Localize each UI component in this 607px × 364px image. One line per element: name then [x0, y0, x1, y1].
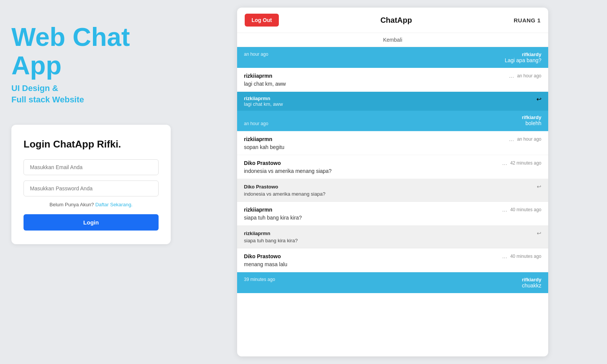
register-prompt: Belum Punya Akun? — [50, 202, 96, 207]
message-5: Diko Prastowo ... 42 minutes ago indones… — [237, 155, 548, 179]
msg7-text: siapa tuh bang kira kira? — [244, 215, 541, 221]
msg5-text: indonesia vs amerika menang siapa? — [244, 168, 541, 174]
app-subtitle: UI Design &Full stack Website — [11, 83, 171, 106]
login-card-title: Login ChatApp Rifki. — [24, 138, 159, 150]
message-7: rizkiiaprmn ... 40 minutes ago siapa tuh… — [237, 202, 548, 226]
msg4-dots[interactable]: ... — [509, 136, 514, 143]
msg3-sender: rifkiardy — [522, 115, 541, 120]
msg7-time: 40 minutes ago — [510, 207, 541, 212]
msg6-reply-icon[interactable]: ↩ — [537, 184, 541, 190]
msg9-time: 40 minutes ago — [510, 254, 541, 259]
msg10-sender: rifkiardy — [522, 277, 541, 282]
msg4-time: an hour ago — [517, 136, 541, 142]
msg1-time: an hour ago — [244, 52, 268, 57]
email-field[interactable] — [24, 159, 159, 175]
login-card: Login ChatApp Rifki. Belum Punya Akun? D… — [11, 125, 171, 244]
room-label: RUANG 1 — [514, 17, 541, 24]
msg3-reply-icon[interactable]: ↩ — [536, 96, 541, 103]
msg2-sender: rizkiiaprmn — [244, 73, 272, 79]
msg3-quote-text: lagi chat km, aww — [244, 101, 283, 107]
msg8-quote-text: siapa tuh bang kira kira? — [244, 238, 541, 243]
msg3-text: bolehh — [522, 120, 541, 126]
login-button[interactable]: Login — [24, 214, 159, 231]
msg5-time: 42 minutes ago — [510, 160, 541, 166]
msg8-quote-sender: rizkiiaprmn — [244, 231, 270, 236]
msg9-sender: Diko Prastowo — [244, 253, 281, 259]
chat-window: Log Out ChatApp RUANG 1 Kembali an hour … — [237, 8, 548, 356]
chat-header: Log Out ChatApp RUANG 1 — [237, 8, 548, 33]
msg6-quote-sender: Diko Prastowo — [244, 184, 278, 190]
message-4: rizkiiaprmn ... an hour ago sopan kah be… — [237, 131, 548, 155]
msg2-dots[interactable]: ... — [509, 72, 514, 79]
message-10: 39 minutes ago rifkiardy chuakkz — [237, 272, 548, 293]
msg5-sender: Diko Prastowo — [244, 160, 281, 166]
msg1-sender: rifkiardy — [505, 52, 541, 57]
app-title: Web Chat App — [11, 23, 171, 80]
messages-container: an hour ago rifkiardy Lagi apa bang? riz… — [237, 47, 548, 356]
kembali-bar[interactable]: Kembali — [237, 33, 548, 47]
logout-button[interactable]: Log Out — [245, 14, 279, 27]
left-panel: Web Chat App UI Design &Full stack Websi… — [0, 0, 182, 364]
msg3-quote-sender: rizkiiaprmn — [244, 96, 283, 101]
msg7-dots[interactable]: ... — [502, 206, 507, 213]
msg5-dots[interactable]: ... — [502, 160, 507, 166]
msg4-sender: rizkiiaprmn — [244, 136, 272, 142]
msg3-time: an hour ago — [244, 121, 268, 126]
bottom-spacer — [237, 293, 548, 308]
msg10-text: chuakkz — [522, 282, 541, 289]
register-text: Belum Punya Akun? Daftar Sekarang. — [24, 202, 159, 207]
password-field[interactable] — [24, 180, 159, 196]
message-9: Diko Prastowo ... 40 minutes ago menang … — [237, 248, 548, 272]
msg2-time: an hour ago — [517, 73, 541, 78]
msg2-text: lagi chat km, aww — [244, 81, 541, 87]
msg9-text: menang masa lalu — [244, 261, 541, 267]
message-3: rizkiiaprmn lagi chat km, aww ↩ an hour … — [237, 92, 548, 131]
chat-app-title: ChatApp — [381, 16, 412, 25]
msg6-quote-text: indonesia vs amerika menang siapa? — [244, 191, 541, 197]
register-link[interactable]: Daftar Sekarang. — [95, 202, 132, 207]
msg1-text: Lagi apa bang? — [505, 57, 541, 63]
message-8: rizkiiaprmn ↩ siapa tuh bang kira kira? — [237, 226, 548, 248]
msg7-sender: rizkiiaprmn — [244, 207, 272, 213]
msg4-text: sopan kah begitu — [244, 144, 541, 150]
msg10-time: 39 minutes ago — [244, 277, 275, 282]
message-2: rizkiiaprmn ... an hour ago lagi chat km… — [237, 68, 548, 92]
message-1: an hour ago rifkiardy Lagi apa bang? — [237, 47, 548, 68]
message-6: Diko Prastowo ↩ indonesia vs amerika men… — [237, 179, 548, 202]
msg8-reply-icon[interactable]: ↩ — [537, 230, 541, 236]
right-panel: Log Out ChatApp RUANG 1 Kembali an hour … — [182, 0, 607, 364]
msg9-dots[interactable]: ... — [502, 253, 507, 260]
